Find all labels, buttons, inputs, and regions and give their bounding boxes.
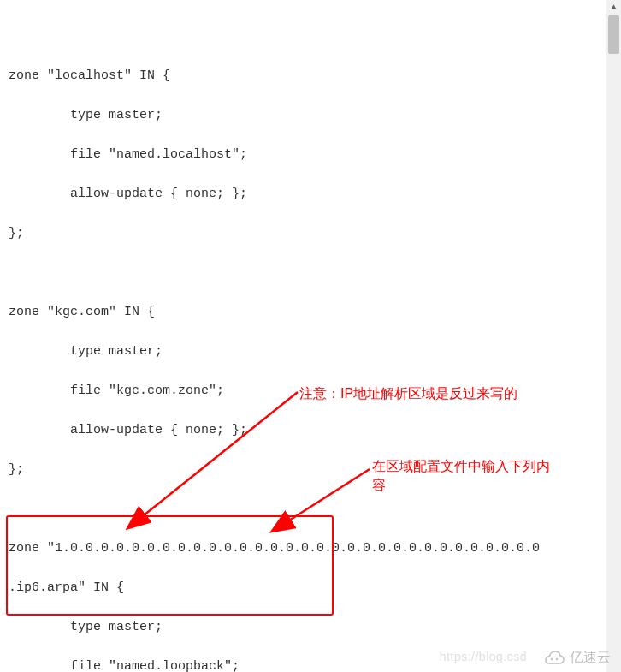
scrollbar-thumb[interactable]	[608, 15, 619, 54]
annotation-zone-config: 在区域配置文件中输入下列内 容	[372, 457, 594, 495]
watermark-url: https://blog.csd	[440, 650, 527, 663]
code-line: };	[9, 223, 612, 243]
code-line: allow-update { none; };	[9, 420, 612, 440]
code-line	[9, 499, 612, 519]
code-line	[9, 263, 612, 282]
cloud-icon	[542, 648, 566, 667]
watermark-logo: 亿速云	[542, 648, 611, 667]
annotation-reverse-ip: 注意：IP地址解析区域是反过来写的	[299, 384, 518, 403]
watermark-logo-text: 亿速云	[570, 649, 611, 667]
svg-point-3	[551, 658, 553, 660]
scrollbar[interactable]: ▲	[606, 0, 621, 672]
code-line: zone "1.0.0.0.0.0.0.0.0.0.0.0.0.0.0.0.0.…	[9, 538, 612, 558]
annotation-line2: 容	[372, 478, 386, 492]
code-line: .ip6.arpa" IN {	[9, 578, 612, 598]
scroll-up-icon[interactable]: ▲	[606, 0, 621, 15]
annotation-line1: 在区域配置文件中输入下列内	[372, 459, 550, 473]
code-line	[9, 27, 612, 46]
code-line: zone "localhost" IN {	[9, 66, 612, 86]
code-line: type master;	[9, 617, 612, 637]
code-line: allow-update { none; };	[9, 184, 612, 204]
code-line: type master;	[9, 342, 612, 361]
code-line: file "named.localhost";	[9, 145, 612, 164]
svg-point-4	[556, 658, 558, 660]
code-line: zone "kgc.com" IN {	[9, 302, 612, 322]
code-line: type master;	[9, 105, 612, 125]
code-area: zone "localhost" IN { type master; file …	[0, 0, 621, 672]
